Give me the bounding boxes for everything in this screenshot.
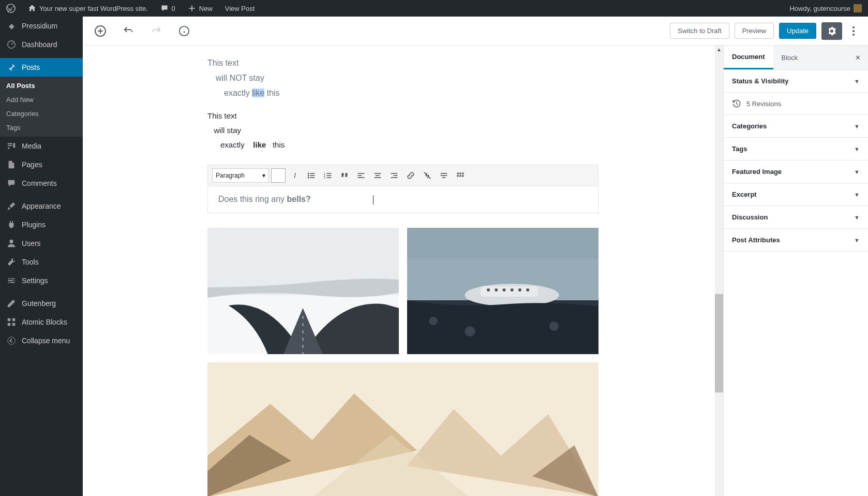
panel-featured-image[interactable]: Featured Image ▼ [724, 161, 868, 183]
grid-icon [6, 317, 17, 327]
submenu-tags[interactable]: Tags [0, 121, 83, 135]
svg-point-15 [308, 175, 309, 177]
panel-post-attributes[interactable]: Post Attributes ▼ [724, 229, 868, 252]
svg-rect-33 [391, 178, 398, 179]
history-icon [732, 99, 741, 108]
svg-rect-22 [327, 176, 332, 177]
link-button[interactable] [403, 168, 418, 183]
preformatted-block[interactable]: This text will stay exactly like this [207, 100, 598, 161]
more-options-button[interactable] [847, 22, 860, 40]
scroll-up-icon[interactable]: ▲ [716, 47, 722, 52]
align-left-button[interactable] [354, 168, 368, 183]
wp-logo[interactable] [4, 4, 18, 13]
svg-rect-16 [310, 176, 315, 177]
quote-button[interactable] [337, 168, 352, 183]
sidebar-item-settings[interactable]: Settings [0, 271, 83, 290]
svg-rect-26 [358, 176, 362, 177]
chevron-down-icon: ▼ [854, 237, 860, 243]
svg-point-17 [308, 177, 309, 179]
classic-toolbar: Paragraph ▾ I 123 [208, 165, 598, 186]
gallery-image-1[interactable] [207, 228, 399, 354]
gallery-image-2[interactable] [407, 228, 598, 354]
sidebar-item-posts[interactable]: Posts [0, 58, 83, 77]
new-link[interactable]: New [186, 4, 215, 12]
sidebar-item-comments[interactable]: Comments [0, 174, 83, 193]
classic-editor-block[interactable]: Paragraph ▾ I 123 [207, 165, 598, 213]
svg-rect-25 [358, 173, 365, 174]
sidebar-item-gutenberg[interactable]: Gutenberg [0, 294, 83, 313]
toolbar-toggle-button[interactable] [453, 168, 468, 183]
posts-submenu: All Posts Add New Categories Tags [0, 77, 83, 137]
editor-toolbar: Switch to Draft Preview Update [83, 17, 868, 46]
update-button[interactable]: Update [779, 23, 816, 39]
comments-link[interactable]: 0 [158, 4, 177, 12]
sidebar-item-dashboard[interactable]: Dashboard [0, 35, 83, 54]
chevron-down-icon: ▼ [854, 78, 860, 84]
site-home-link[interactable]: Your new super fast WordPress site. [26, 4, 150, 12]
panel-discussion[interactable]: Discussion ▼ [724, 206, 868, 229]
view-post-link[interactable]: View Post [223, 5, 257, 12]
svg-point-13 [308, 173, 309, 174]
italic-button[interactable]: I [288, 168, 302, 183]
format-select[interactable]: Paragraph ▾ [212, 168, 269, 183]
svg-rect-5 [8, 323, 10, 326]
undo-button[interactable] [119, 22, 138, 40]
classic-content[interactable]: Does this ring any bells? [208, 186, 598, 213]
align-center-button[interactable] [370, 168, 385, 183]
svg-point-56 [526, 288, 529, 291]
pages-icon [6, 159, 17, 170]
sidebar-item-plugins[interactable]: Plugins [0, 215, 83, 234]
verse-block[interactable]: This text will NOT stay exactly like thi… [207, 46, 598, 100]
howdy-account[interactable]: Howdy, gutencourse [787, 4, 864, 12]
svg-point-7 [8, 337, 15, 344]
switch-to-draft-button[interactable]: Switch to Draft [670, 23, 729, 39]
gallery-block[interactable] [207, 228, 598, 496]
info-button[interactable] [175, 22, 193, 40]
close-sidebar-button[interactable]: ✕ [848, 54, 868, 62]
gallery-image-3[interactable] [207, 362, 598, 496]
editor-canvas[interactable]: ▲ This text will NOT stay exactly like t… [83, 46, 723, 496]
panel-revisions[interactable]: 5 Revisions [724, 93, 868, 115]
svg-point-57 [429, 317, 438, 325]
chevron-down-icon: ▼ [854, 146, 860, 152]
unlink-button[interactable] [420, 168, 435, 183]
sidebar-item-atomic-blocks[interactable]: Atomic Blocks [0, 313, 83, 331]
panel-categories[interactable]: Categories ▼ [724, 115, 868, 138]
submenu-add-new[interactable]: Add New [0, 93, 83, 107]
bold-button[interactable] [271, 168, 286, 183]
sidebar-item-pressidium[interactable]: ◆ Pressidium [0, 17, 83, 35]
numbered-list-button[interactable]: 123 [321, 168, 335, 183]
submenu-all-posts[interactable]: All Posts [0, 79, 83, 93]
verse-line-3: exactly like this [207, 86, 598, 101]
pencil-icon [6, 298, 17, 309]
add-block-button[interactable] [91, 22, 110, 40]
collapse-icon [6, 335, 17, 346]
svg-rect-4 [12, 318, 15, 321]
more-formatting-button[interactable] [437, 168, 451, 183]
svg-rect-40 [457, 176, 459, 177]
sliders-icon [6, 275, 17, 286]
panel-tags[interactable]: Tags ▼ [724, 138, 868, 161]
align-right-button[interactable] [387, 168, 401, 183]
wp-admin-bar: Your new super fast WordPress site. 0 Ne… [0, 0, 868, 17]
settings-button[interactable] [821, 22, 842, 40]
panel-excerpt[interactable]: Excerpt ▼ [724, 183, 868, 206]
sidebar-item-collapse[interactable]: Collapse menu [0, 331, 83, 350]
brush-icon [6, 201, 17, 211]
sidebar-item-tools[interactable]: Tools [0, 253, 83, 271]
verse-line-2: will NOT stay [207, 71, 598, 86]
sidebar-item-pages[interactable]: Pages [0, 155, 83, 174]
tab-document[interactable]: Document [724, 46, 773, 69]
bullet-list-button[interactable] [304, 168, 319, 183]
submenu-categories[interactable]: Categories [0, 107, 83, 121]
sidebar-item-users[interactable]: Users [0, 234, 83, 253]
sidebar-item-media[interactable]: Media [0, 137, 83, 155]
redo-button[interactable] [147, 22, 166, 40]
scrollbar-thumb[interactable] [715, 294, 723, 392]
panel-status-visibility[interactable]: Status & Visibility ▼ [724, 70, 868, 93]
svg-rect-42 [462, 176, 463, 177]
sidebar-item-appearance[interactable]: Appearance [0, 197, 83, 215]
tab-block[interactable]: Block [773, 47, 806, 69]
preview-button[interactable]: Preview [735, 23, 774, 39]
svg-rect-30 [375, 178, 381, 179]
